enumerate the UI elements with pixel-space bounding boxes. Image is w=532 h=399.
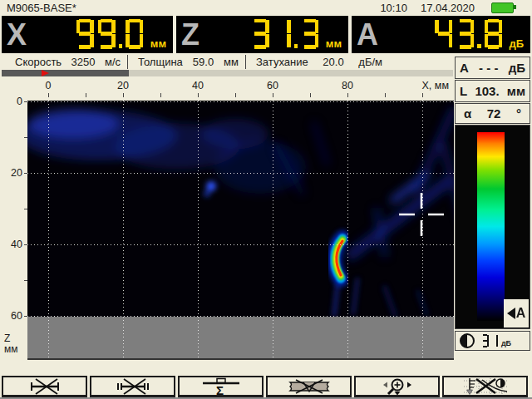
angle-display: α 72 °: [455, 103, 530, 124]
x-ruler-label: 0: [46, 80, 52, 91]
path-display: L 103. мм: [455, 80, 530, 102]
gain-display: А - - - дБ: [455, 57, 530, 79]
readout-a: A дБ: [352, 16, 530, 53]
readout-a-label: A: [357, 17, 378, 52]
readout-z-unit: мм: [326, 37, 342, 50]
angle-label: α: [464, 106, 471, 121]
readout-x-unit: мм: [150, 37, 166, 50]
z-ruler-label: 20: [0, 167, 22, 179]
path-value: 103.: [475, 84, 499, 98]
contrast-display: дБ: [455, 331, 530, 351]
param-attenuation-unit: дБ/м: [358, 56, 382, 68]
toolbar-button-weld-view[interactable]: [266, 376, 352, 397]
readout-a-unit: дБ: [509, 37, 524, 50]
gate-double-off-icon: [110, 378, 156, 395]
contrast-unit: дБ: [501, 339, 511, 347]
param-thickness-value: 59.0: [193, 56, 214, 68]
toolbar-button-sum-mode[interactable]: Σ: [178, 376, 264, 397]
scan-position-marker-icon: [42, 70, 49, 76]
titlebar: M9065-BASE* 10:10 17.04.2020: [0, 0, 532, 15]
param-thickness: Толщина 59.0 мм: [128, 55, 246, 69]
contrast-value: [480, 334, 499, 347]
readout-x: X мм: [2, 16, 173, 53]
path-label: L: [460, 84, 467, 98]
param-velocity-label: Скорость: [15, 56, 62, 68]
readout-z-value: [249, 19, 320, 51]
z-ruler-label: 40: [0, 239, 22, 250]
battery-icon: [491, 2, 514, 13]
toolbar-button-zoom-pan[interactable]: [354, 376, 440, 397]
x-ruler-label: 40: [192, 80, 204, 91]
toolbar-button-display-settings[interactable]: [442, 376, 528, 397]
display-contrast-icon: [462, 377, 509, 396]
readout-z: Z мм: [176, 16, 348, 53]
param-thickness-unit: мм: [224, 56, 239, 68]
param-velocity-unit: м/с: [105, 56, 121, 68]
x-ruler-label: 80: [342, 80, 353, 91]
param-velocity-value: 3250: [71, 56, 96, 68]
flaw-detector-screen: M9065-BASE* 10:10 17.04.2020 X мм Z мм A…: [0, 0, 532, 399]
config-title: M9065-BASE*: [7, 2, 76, 14]
readout-x-value: [74, 19, 145, 51]
parameters-row: Скорость 3250 м/с Толщина 59.0 мм Затуха…: [2, 55, 453, 69]
colorbar-gradient: [477, 132, 505, 321]
gate-single-off-icon: [22, 378, 68, 395]
toolbar-button-gate-single[interactable]: [2, 376, 87, 397]
param-thickness-label: Толщина: [138, 56, 183, 68]
scan-progress-fill: [2, 70, 129, 76]
date: 17.04.2020: [421, 2, 475, 14]
amplitude-colorbar: A: [455, 125, 530, 329]
param-velocity: Скорость 3250 м/с: [2, 55, 128, 69]
clock: 10:10: [380, 2, 407, 14]
weld-view-off-icon: [286, 378, 332, 395]
titlebar-right: 10:10 17.04.2020: [380, 0, 532, 15]
bscan-image[interactable]: [27, 101, 454, 360]
gain-label: А: [460, 61, 469, 75]
sigma-glyph: Σ: [216, 383, 224, 396]
gain-value: - - -: [479, 61, 498, 75]
path-unit: мм: [507, 84, 525, 98]
dead-zone-band: [27, 317, 454, 358]
contrast-icon: [460, 333, 475, 348]
z-axis-title: Z мм: [4, 333, 18, 355]
angle-value: 72: [487, 106, 501, 121]
zoom-pan-icon: [374, 377, 421, 396]
z-ruler-label: 60: [0, 310, 22, 322]
readout-a-value: [433, 19, 504, 51]
param-attenuation-value: 20.0: [323, 56, 343, 68]
param-attenuation-label: Затухание: [256, 56, 308, 68]
x-ruler-label: 60: [267, 80, 278, 91]
x-ruler-ticks: [48, 93, 424, 97]
param-attenuation: Затухание 20.0 дБ/м: [246, 55, 386, 69]
readout-x-label: X: [7, 17, 27, 52]
sum-mode-icon: Σ: [198, 377, 244, 396]
scan-progress-bar[interactable]: [2, 70, 453, 76]
colorbar-marker-label: A: [516, 306, 526, 321]
x-axis-title: X, мм: [422, 80, 449, 91]
toolbar-button-gate-double[interactable]: [90, 376, 175, 397]
z-ruler-label: 0: [0, 96, 22, 107]
x-ruler-label: 20: [117, 80, 129, 91]
readout-z-label: Z: [181, 17, 200, 52]
colorbar-threshold: A: [504, 299, 529, 328]
colorbar-marker-arrow-icon: [507, 308, 515, 319]
z-axis-unit: мм: [4, 344, 18, 355]
angle-unit: °: [516, 106, 521, 121]
gain-unit: дБ: [509, 61, 525, 75]
